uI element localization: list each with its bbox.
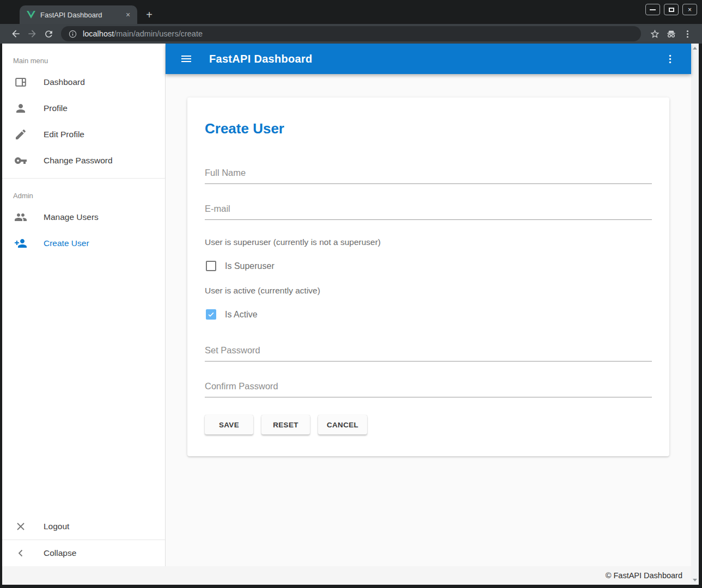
sidebar-item-label: Edit Profile <box>44 130 84 139</box>
new-tab-button[interactable]: + <box>142 8 156 22</box>
sidebar-item-logout[interactable]: Logout <box>2 513 165 540</box>
browser-toolbar: localhost/main/admin/users/create <box>0 24 702 44</box>
sidebar-item-label: Change Password <box>44 156 113 166</box>
sidebar-item-label: Collapse <box>44 548 76 558</box>
sidebar-caption-main-menu: Main menu <box>2 44 165 69</box>
hamburger-menu-icon[interactable] <box>180 52 193 65</box>
window-close-button[interactable]: × <box>682 4 697 15</box>
page-content: Main menu Dashboard Profile <box>2 44 699 585</box>
browser-titlebar: FastAPI Dashboard × + × <box>0 0 702 24</box>
set-password-field-wrapper <box>205 343 652 362</box>
maximize-icon <box>669 8 674 12</box>
active-hint: User is active (currently active) <box>205 286 652 296</box>
sidebar: Main menu Dashboard Profile <box>2 44 166 566</box>
full-name-field-wrapper <box>205 166 652 184</box>
app-menu-kebab-icon[interactable] <box>664 53 676 65</box>
sidebar-item-edit-profile[interactable]: Edit Profile <box>2 121 165 148</box>
email-field-wrapper <box>205 201 652 220</box>
close-x-icon <box>14 520 27 533</box>
app-title: FastAPI Dashboard <box>209 53 313 65</box>
is-active-checkbox-row[interactable]: Is Active <box>206 309 652 320</box>
is-superuser-checkbox-row[interactable]: Is Superuser <box>206 261 652 271</box>
browser-menu-icon[interactable] <box>679 26 695 41</box>
app-footer: © FastAPI Dashboard <box>2 566 699 585</box>
window-controls: × <box>645 4 697 15</box>
is-superuser-checkbox[interactable] <box>206 261 216 271</box>
set-password-input[interactable] <box>205 343 652 362</box>
reload-button[interactable] <box>40 26 57 41</box>
incognito-icon <box>663 26 679 41</box>
browser-tab[interactable]: FastAPI Dashboard × <box>20 5 137 24</box>
page-body: Create User User is superuser (currently… <box>166 74 691 566</box>
tab-close-icon[interactable]: × <box>123 10 133 20</box>
sidebar-item-label: Manage Users <box>44 212 99 222</box>
tab-title: FastAPI Dashboard <box>40 11 118 19</box>
pencil-icon <box>14 128 27 141</box>
key-icon <box>14 154 27 167</box>
sidebar-item-dashboard[interactable]: Dashboard <box>2 69 165 95</box>
full-name-input[interactable] <box>205 166 652 184</box>
window-minimize-button[interactable] <box>645 4 660 15</box>
window-maximize-button[interactable] <box>664 4 679 15</box>
sidebar-item-manage-users[interactable]: Manage Users <box>2 204 165 230</box>
person-icon <box>14 102 27 115</box>
email-input[interactable] <box>205 201 652 220</box>
scroll-up-arrow-icon[interactable] <box>693 47 697 50</box>
footer-copyright: © FastAPI Dashboard <box>606 571 682 580</box>
back-button[interactable] <box>8 26 24 41</box>
sidebar-caption-admin: Admin <box>2 179 165 204</box>
superuser-hint: User is superuser (currently is not a su… <box>205 237 652 247</box>
create-user-card: Create User User is superuser (currently… <box>187 97 669 456</box>
is-active-label: Is Active <box>225 310 258 320</box>
page-scrollbar[interactable] <box>691 44 699 585</box>
minimize-icon <box>650 9 656 10</box>
sidebar-item-collapse[interactable]: Collapse <box>2 540 165 566</box>
confirm-password-input[interactable] <box>205 379 652 397</box>
url-path: /main/admin/users/create <box>114 29 203 38</box>
is-superuser-label: Is Superuser <box>225 261 274 271</box>
checkmark-icon <box>207 310 215 318</box>
people-icon <box>14 211 27 224</box>
main-area: FastAPI Dashboard Create User User is su… <box>166 44 691 566</box>
form-actions: SAVE RESET CANCEL <box>205 415 652 434</box>
person-add-icon <box>14 237 27 250</box>
spacer <box>205 334 652 343</box>
sidebar-item-label: Dashboard <box>44 77 85 87</box>
cancel-button[interactable]: CANCEL <box>318 415 367 434</box>
confirm-password-field-wrapper <box>205 379 652 397</box>
bookmark-star-icon[interactable] <box>646 26 663 41</box>
chevron-left-icon <box>14 547 27 560</box>
sidebar-item-label: Create User <box>44 238 89 248</box>
sidebar-item-label: Profile <box>44 103 68 113</box>
vue-logo-icon <box>27 11 35 19</box>
sidebar-item-profile[interactable]: Profile <box>2 95 165 121</box>
sidebar-item-create-user[interactable]: Create User <box>2 230 165 256</box>
sidebar-item-change-password[interactable]: Change Password <box>2 148 165 174</box>
save-button[interactable]: SAVE <box>205 415 253 434</box>
reset-button[interactable]: RESET <box>261 415 310 434</box>
page-title: Create User <box>205 120 652 137</box>
scroll-down-arrow-icon[interactable] <box>693 579 697 581</box>
app-header: FastAPI Dashboard <box>166 44 691 74</box>
sidebar-spacer <box>2 256 165 513</box>
site-info-icon[interactable] <box>68 29 77 39</box>
sidebar-item-label: Logout <box>44 522 69 531</box>
dashboard-icon <box>14 76 27 89</box>
forward-button[interactable] <box>24 26 40 41</box>
address-bar[interactable]: localhost/main/admin/users/create <box>61 26 641 41</box>
url-host: localhost <box>83 29 114 38</box>
is-active-checkbox[interactable] <box>206 309 216 320</box>
url-text: localhost/main/admin/users/create <box>83 29 203 38</box>
